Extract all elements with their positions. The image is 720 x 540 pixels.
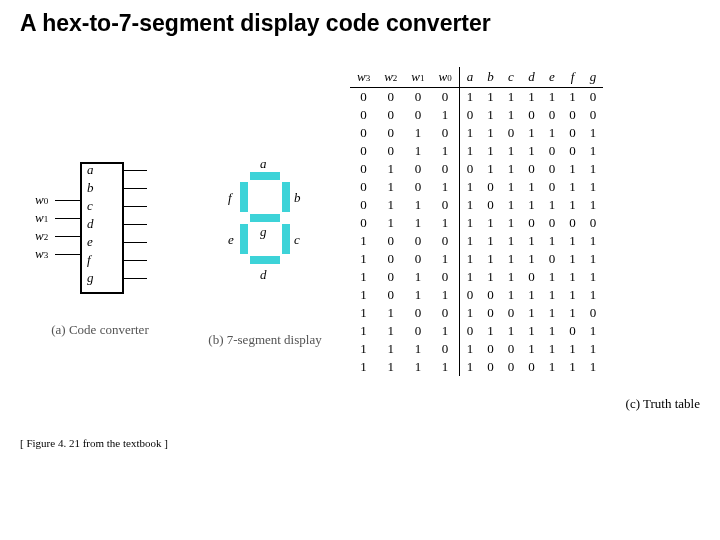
tt-cell: 0 xyxy=(542,250,563,268)
tt-cell: 1 xyxy=(480,268,501,286)
tt-cell: 1 xyxy=(501,106,522,124)
output-label-g: g xyxy=(87,270,94,286)
tt-cell: 0 xyxy=(432,160,460,178)
table-row: 10110011111 xyxy=(350,286,603,304)
tt-cell: 1 xyxy=(377,214,404,232)
tt-cell: 0 xyxy=(377,232,404,250)
tt-cell: 1 xyxy=(542,232,563,250)
tt-cell: 1 xyxy=(480,160,501,178)
tt-cell: 1 xyxy=(377,196,404,214)
tt-cell: 1 xyxy=(377,322,404,340)
tt-cell: 0 xyxy=(350,178,377,196)
output-line-d xyxy=(122,224,147,225)
table-row: 00010110000 xyxy=(350,106,603,124)
tt-cell: 0 xyxy=(432,268,460,286)
tt-cell: 0 xyxy=(350,160,377,178)
output-label-e: e xyxy=(87,234,93,250)
segment-g xyxy=(250,214,280,222)
tt-cell: 1 xyxy=(350,358,377,376)
page-title: A hex-to-7-segment display code converte… xyxy=(20,10,700,37)
tt-cell: 0 xyxy=(501,124,522,142)
tt-cell: 0 xyxy=(432,196,460,214)
segment-e xyxy=(240,224,248,254)
tt-cell: 1 xyxy=(432,142,460,160)
tt-cell: 0 xyxy=(350,142,377,160)
tt-cell: 1 xyxy=(459,178,480,196)
tt-cell: 1 xyxy=(480,232,501,250)
tt-cell: 1 xyxy=(350,286,377,304)
tt-cell: 1 xyxy=(562,88,583,107)
segment-label-f: f xyxy=(228,190,232,206)
tt-cell: 0 xyxy=(583,106,604,124)
table-row: 11001001110 xyxy=(350,304,603,322)
tt-cell: 0 xyxy=(404,250,431,268)
tt-cell: 1 xyxy=(432,214,460,232)
tt-cell: 0 xyxy=(432,88,460,107)
tt-header-w1: w1 xyxy=(404,67,431,88)
tt-cell: 1 xyxy=(583,340,604,358)
tt-cell: 0 xyxy=(480,286,501,304)
tt-cell: 1 xyxy=(404,358,431,376)
tt-cell: 1 xyxy=(432,250,460,268)
tt-header-a: a xyxy=(459,67,480,88)
segment-b xyxy=(282,182,290,212)
tt-cell: 1 xyxy=(459,88,480,107)
tt-cell: 0 xyxy=(542,106,563,124)
tt-cell: 1 xyxy=(459,304,480,322)
tt-cell: 0 xyxy=(432,124,460,142)
segment-label-g: g xyxy=(260,224,267,240)
tt-cell: 1 xyxy=(350,268,377,286)
output-label-d: d xyxy=(87,216,94,232)
segment-a xyxy=(250,172,280,180)
tt-cell: 1 xyxy=(459,232,480,250)
input-line-w2 xyxy=(55,236,80,237)
tt-cell: 0 xyxy=(501,358,522,376)
input-line-w0 xyxy=(55,200,80,201)
tt-header-g: g xyxy=(583,67,604,88)
output-line-a xyxy=(122,170,147,171)
tt-header-d: d xyxy=(521,67,542,88)
tt-cell: 1 xyxy=(583,124,604,142)
output-line-b xyxy=(122,188,147,189)
tt-cell: 0 xyxy=(377,250,404,268)
tt-cell: 1 xyxy=(404,268,431,286)
segment-label-c: c xyxy=(294,232,300,248)
caption-b: (b) 7-segment display xyxy=(200,332,330,348)
tt-cell: 0 xyxy=(404,178,431,196)
tt-cell: 0 xyxy=(542,160,563,178)
tt-cell: 0 xyxy=(350,214,377,232)
tt-cell: 1 xyxy=(583,196,604,214)
table-row: 00101101101 xyxy=(350,124,603,142)
tt-cell: 0 xyxy=(583,88,604,107)
table-row: 10101110111 xyxy=(350,268,603,286)
table-row: 01000110011 xyxy=(350,160,603,178)
tt-cell: 1 xyxy=(404,340,431,358)
tt-cell: 1 xyxy=(459,340,480,358)
tt-cell: 1 xyxy=(377,178,404,196)
tt-cell: 1 xyxy=(501,268,522,286)
tt-cell: 1 xyxy=(501,88,522,107)
output-label-b: b xyxy=(87,180,94,196)
tt-cell: 0 xyxy=(404,106,431,124)
tt-cell: 1 xyxy=(542,358,563,376)
tt-cell: 1 xyxy=(501,160,522,178)
tt-cell: 1 xyxy=(521,88,542,107)
tt-cell: 1 xyxy=(542,286,563,304)
tt-cell: 1 xyxy=(542,304,563,322)
tt-cell: 1 xyxy=(350,232,377,250)
tt-cell: 1 xyxy=(583,178,604,196)
input-label-w2: w2w2 xyxy=(35,228,48,244)
tt-cell: 1 xyxy=(521,142,542,160)
tt-cell: 1 xyxy=(521,232,542,250)
tt-cell: 1 xyxy=(480,106,501,124)
table-row: 10011111011 xyxy=(350,250,603,268)
tt-header-f: f xyxy=(562,67,583,88)
output-line-c xyxy=(122,206,147,207)
segment-label-b: b xyxy=(294,190,301,206)
tt-cell: 0 xyxy=(459,286,480,304)
tt-cell: 0 xyxy=(562,106,583,124)
truth-table-panel: w3w2w1w0abcdefg 000011111100001011000000… xyxy=(350,67,700,412)
tt-cell: 0 xyxy=(562,214,583,232)
tt-cell: 1 xyxy=(562,304,583,322)
tt-cell: 1 xyxy=(480,124,501,142)
